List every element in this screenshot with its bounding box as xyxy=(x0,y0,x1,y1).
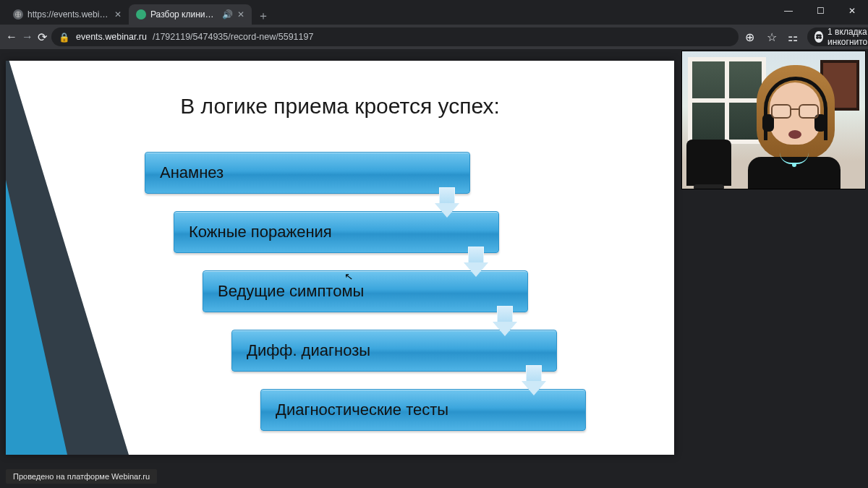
close-icon[interactable]: ✕ xyxy=(114,9,122,20)
browser-tab-0[interactable]: https://events.webinar.ru/api/lo ✕ xyxy=(6,4,129,25)
arrow-down-icon xyxy=(435,187,459,219)
arrow-down-icon xyxy=(464,247,488,278)
close-window-button[interactable]: ✕ xyxy=(836,0,868,22)
step-label: Диагностические тесты xyxy=(276,401,448,419)
incognito-label: 1 вкладка инкогнито xyxy=(827,27,868,47)
page-content: В логике приема кроется успех: Анамнез К… xyxy=(0,49,868,488)
incognito-icon xyxy=(814,31,823,43)
toolbar: ← → ⟳ 🔒 events.webinar.ru/1792119/547493… xyxy=(0,25,868,49)
arrow-down-icon xyxy=(493,306,517,338)
slide-title: В логике приема кроется успех: xyxy=(6,94,674,119)
svg-point-1 xyxy=(816,36,819,39)
back-button[interactable]: ← xyxy=(6,27,17,46)
incognito-chip[interactable]: 1 вкладка инкогнито xyxy=(807,27,868,46)
step-list: Анамнез Кожные поражения Ведущие симптом… xyxy=(145,152,586,448)
tab-strip: https://events.webinar.ru/api/lo ✕ Разбо… xyxy=(0,0,275,28)
browser-tab-1[interactable]: Разбор клинических случае 🔊 ✕ xyxy=(129,4,252,25)
url-path: /1792119/5474935/record-new/5591197 xyxy=(153,32,313,42)
tab-label: Разбор клинических случае xyxy=(150,9,218,20)
reload-button[interactable]: ⟳ xyxy=(38,27,47,46)
new-tab-button[interactable]: ＋ xyxy=(252,4,275,28)
step-label: Анамнез xyxy=(160,163,224,182)
room-chair xyxy=(686,140,731,186)
extensions-icon[interactable]: ⚏ xyxy=(786,27,800,46)
maximize-button[interactable]: ☐ xyxy=(804,0,836,22)
step-label: Кожные поражения xyxy=(189,223,332,241)
globe-icon xyxy=(13,9,23,20)
tab-label: https://events.webinar.ru/api/lo xyxy=(27,9,110,20)
webcam-background xyxy=(682,51,865,189)
bookmark-icon[interactable]: ☆ xyxy=(765,27,779,46)
window-controls: ― ☐ ✕ xyxy=(773,0,868,22)
svg-point-2 xyxy=(819,36,822,39)
arrow-down-icon xyxy=(522,365,546,397)
close-icon[interactable]: ✕ xyxy=(237,9,244,20)
minimize-button[interactable]: ― xyxy=(773,0,804,22)
forward-button[interactable]: → xyxy=(22,27,33,46)
presenter-figure xyxy=(744,62,845,189)
address-bar[interactable]: 🔒 events.webinar.ru/1792119/5474935/reco… xyxy=(51,27,739,46)
step-label: Дифф. диагнозы xyxy=(247,341,370,360)
mouse-cursor-icon: ↖ xyxy=(344,270,354,283)
step-item-1: Анамнез xyxy=(145,152,470,194)
install-app-icon[interactable]: ⊕ xyxy=(743,27,757,46)
url-host: events.webinar.ru xyxy=(76,32,147,42)
presenter-webcam[interactable] xyxy=(681,51,866,189)
audio-icon[interactable]: 🔊 xyxy=(222,9,233,20)
site-favicon xyxy=(136,9,146,20)
presentation-slide: В логике приема кроется успех: Анамнез К… xyxy=(6,61,674,455)
platform-footer: Проведено на платформе Webinar.ru xyxy=(6,469,157,484)
step-label: Ведущие симптомы xyxy=(218,282,364,301)
window-titlebar: https://events.webinar.ru/api/lo ✕ Разбо… xyxy=(0,0,868,25)
decor-triangle-light xyxy=(6,180,67,455)
lock-icon: 🔒 xyxy=(59,32,70,43)
